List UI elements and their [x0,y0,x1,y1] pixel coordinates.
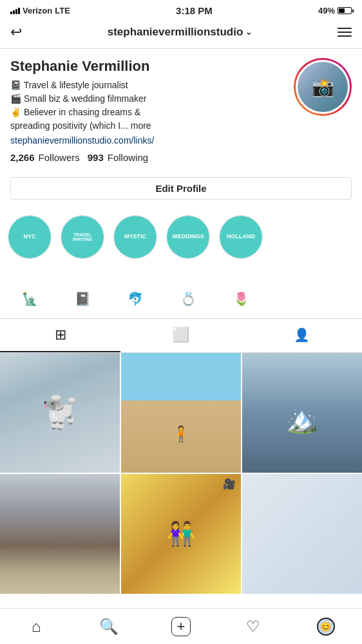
profile-section: Stephanie Vermillion 📓 Travel & lifestyl… [0,49,362,171]
followers-count: 2,266 [10,152,35,163]
photo-6 [242,474,362,594]
profile-name: Stephanie Vermillion [10,58,283,75]
video-badge: 🎥 [223,478,236,490]
menu-button[interactable] [338,28,352,37]
profile-avatar-icon: 😊 [317,618,335,636]
menu-line3 [338,35,352,37]
highlight-nyc[interactable]: NYC 🗽 [8,215,52,307]
photo-cell-3[interactable]: 🏔️ [242,353,362,473]
highlight-label-weddings: WEDDINGS [171,232,205,242]
highlight-bg-holland: HOLLAND [220,216,262,258]
highlight-label-holland: HOLLAND [225,232,256,242]
time-label: 3:18 PM [176,5,213,16]
carrier-label: Verizon [23,6,52,15]
battery-percent: 49% [318,6,335,15]
bio-line4: spreading positivity (which I... more [10,119,283,133]
highlight-label-mystic: MYSTIC [123,232,148,242]
bio-line3: ✌️ Believer in chasing dreams & [10,106,283,119]
highlight-icon-weddings: 💍 [180,291,196,307]
profile-link[interactable]: stephanievermillionstudio.com/links/ [10,135,283,146]
signal-icon [10,8,20,14]
beach-figure: 🧍 [171,425,191,443]
highlight-holland[interactable]: HOLLAND 🌷 [219,215,263,307]
woman-emoji: 🏔️ [286,404,318,435]
chevron-down-icon: ⌄ [245,28,252,37]
bottom-nav-add[interactable]: + [167,612,195,641]
couple-emoji: 👫 [167,520,196,547]
battery-icon [338,7,352,14]
highlight-icon-holland: 🌷 [233,291,249,307]
bottom-nav-profile[interactable]: 😊 [312,612,340,641]
photo-4 [0,474,120,594]
tab-tagged[interactable]: 👤 [242,319,362,352]
profile-bio: 📓 Travel & lifestyle journalist 🎬 Small … [10,79,283,133]
photo-5: 👫 [121,474,241,594]
photo-3: 🏔️ [242,353,362,473]
heart-icon: ♡ [246,618,260,636]
search-icon: 🔍 [99,618,119,636]
avatar[interactable] [296,60,350,114]
tagged-icon: 👤 [294,327,310,343]
bio-more-link[interactable]: more [131,120,151,131]
photo-1: 🐩 [0,353,120,473]
highlight-icon-mystic: 🐬 [128,291,144,307]
bottom-nav-home[interactable]: ⌂ [22,612,50,641]
photo-cell-2[interactable]: 🧍 [121,353,241,473]
tab-bar: ⊞ ⬜ 👤 [0,319,362,353]
highlight-bg-mystic: MYSTIC [114,216,157,258]
status-left: Verizon LTE [10,6,70,15]
add-icon: + [171,617,191,636]
avatar-image [298,62,348,112]
home-icon: ⌂ [32,618,41,636]
highlights-section: NYC 🗽 TRAVELWRITING 📓 MYSTIC [0,209,362,319]
edit-profile-button[interactable]: Edit Profile [10,177,352,200]
profile-top: Stephanie Vermillion 📓 Travel & lifestyl… [10,58,352,146]
menu-line2 [338,32,352,33]
photo-cell-5[interactable]: 👫 🎥 [121,474,241,594]
photo-cell-6[interactable] [242,474,362,594]
bio-line2: 🎬 Small biz & wedding filmmaker [10,92,283,106]
photo-cell-1[interactable]: 🐩 [0,353,120,473]
profile-stats: 2,266 Followers 993 Following [10,152,352,163]
highlight-circle-mystic[interactable]: MYSTIC [113,215,157,259]
highlight-icon-travel-writing: 📓 [75,291,91,307]
highlight-weddings[interactable]: WEDDINGS 💍 [166,215,210,307]
menu-line1 [338,28,352,29]
username-button[interactable]: stephanievermillionstudio ⌄ [108,26,252,39]
status-right: 49% [318,6,352,15]
highlight-bg-nyc: NYC [8,216,51,258]
highlight-bg-travel-writing: TRAVELWRITING [61,216,104,258]
highlight-circle-weddings[interactable]: WEDDINGS [166,215,210,259]
avatar-ring [294,58,352,116]
profile-info: Stephanie Vermillion 📓 Travel & lifestyl… [10,58,283,146]
history-button[interactable]: ↩ [10,24,22,41]
profile-mini-icon: 😊 [320,621,331,632]
following-count: 993 [88,152,104,163]
dog-emoji: 🐩 [41,395,79,431]
bio-line1: 📓 Travel & lifestyle journalist [10,79,283,92]
highlight-label-nyc: NYC [22,232,37,242]
highlight-bg-weddings: WEDDINGS [167,216,209,258]
highlights-scroll: NYC 🗽 TRAVELWRITING 📓 MYSTIC [0,211,362,310]
highlight-circle-travel-writing[interactable]: TRAVELWRITING [61,215,104,259]
igtv-icon: ⬜ [172,327,189,343]
photo-cell-4[interactable] [0,474,120,594]
tab-igtv[interactable]: ⬜ [120,319,241,352]
highlight-circle-holland[interactable]: HOLLAND [219,215,263,259]
nav-bar: ↩ stephanievermillionstudio ⌄ [0,19,362,49]
tab-grid[interactable]: ⊞ [0,319,120,352]
network-label: LTE [55,6,70,15]
nav-username-text: stephanievermillionstudio [108,26,243,39]
bottom-nav-search[interactable]: 🔍 [95,612,123,641]
bottom-nav-heart[interactable]: ♡ [239,612,267,641]
highlight-mystic[interactable]: MYSTIC 🐬 [113,215,157,307]
grid-icon: ⊞ [55,327,66,343]
photo-2: 🧍 [121,353,241,473]
following-label: Following [108,152,148,163]
bottom-nav: ⌂ 🔍 + ♡ 😊 [0,608,362,644]
highlight-travel-writing[interactable]: TRAVELWRITING 📓 [61,215,104,307]
highlight-circle-nyc[interactable]: NYC [8,215,52,259]
status-bar: Verizon LTE 3:18 PM 49% [0,0,362,19]
highlight-icon-nyc: 🗽 [22,291,38,307]
avatar-container [294,58,352,116]
